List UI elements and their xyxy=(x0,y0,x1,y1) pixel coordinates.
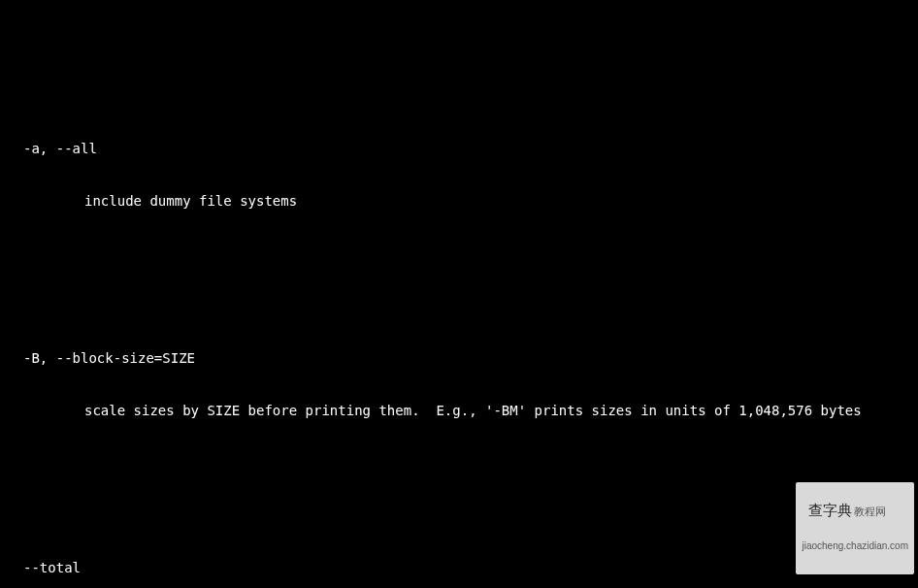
option-flag: -B, --block-size=SIZE xyxy=(23,349,918,367)
option-B: -B, --block-size=SIZE scale sizes by SIZ… xyxy=(23,314,918,454)
watermark: 查字典教程网 jiaocheng.chazidian.com xyxy=(796,482,914,574)
option-desc: scale sizes by SIZE before printing them… xyxy=(23,402,918,419)
option-total: --total produce a grand total xyxy=(23,524,918,588)
option-desc: include dummy file systems xyxy=(23,192,918,210)
manpage-content: -a, --all include dummy file systems -B,… xyxy=(23,70,918,588)
watermark-url: jiaocheng.chazidian.com xyxy=(802,538,908,555)
watermark-sub: 教程网 xyxy=(854,506,886,517)
option-flag: --total xyxy=(23,559,918,576)
option-a: -a, --all include dummy file systems xyxy=(23,105,918,245)
option-flag: -a, --all xyxy=(23,140,918,157)
watermark-main: 查字典 xyxy=(808,502,852,518)
